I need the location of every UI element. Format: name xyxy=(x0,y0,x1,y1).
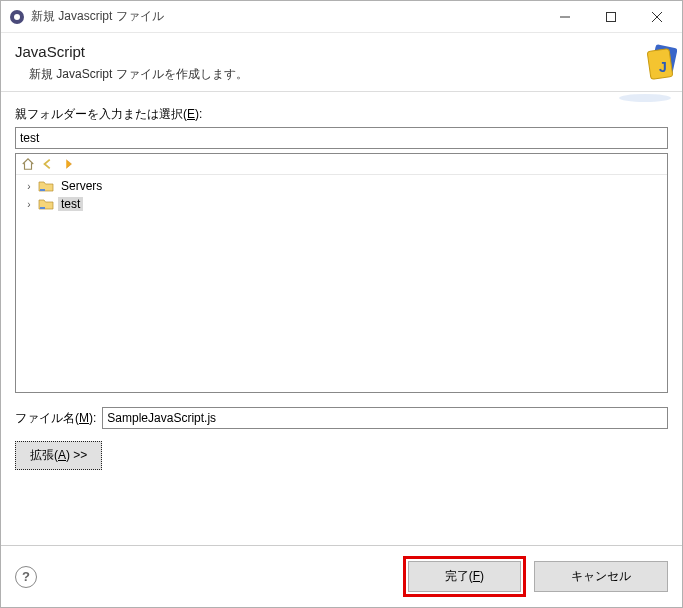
tree-items-container: › Servers › test xyxy=(16,175,667,215)
folder-tree[interactable]: › Servers › test xyxy=(15,153,668,393)
parent-folder-label: 親フォルダーを入力または選択(E): xyxy=(15,106,668,123)
cancel-button[interactable]: キャンセル xyxy=(534,561,668,592)
tree-item-servers[interactable]: › Servers xyxy=(16,177,667,195)
dialog-header: JavaScript 新規 JavaScript ファイルを作成します。 J xyxy=(1,33,682,92)
home-icon[interactable] xyxy=(20,156,36,172)
titlebar: 新規 Javascript ファイル xyxy=(1,1,682,33)
tree-item-label: Servers xyxy=(58,179,105,193)
filename-row: ファイル名(M): xyxy=(15,407,668,429)
finish-highlight: 完了(F) xyxy=(403,556,526,597)
minimize-button[interactable] xyxy=(542,2,588,32)
forward-icon[interactable] xyxy=(60,156,76,172)
app-icon xyxy=(9,9,25,25)
window-title: 新規 Javascript ファイル xyxy=(31,8,542,25)
filename-input[interactable] xyxy=(102,407,668,429)
window-controls xyxy=(542,2,680,32)
chevron-right-icon[interactable]: › xyxy=(24,181,34,192)
advanced-button[interactable]: 拡張(A) >> xyxy=(15,441,102,470)
finish-button[interactable]: 完了(F) xyxy=(408,561,521,592)
maximize-button[interactable] xyxy=(588,2,634,32)
svg-rect-10 xyxy=(40,189,45,191)
svg-point-1 xyxy=(14,14,20,20)
parent-folder-input[interactable] xyxy=(15,127,668,149)
svg-rect-11 xyxy=(40,207,45,209)
folder-icon xyxy=(38,178,54,194)
svg-point-9 xyxy=(619,94,671,102)
dialog-body: 親フォルダーを入力または選択(E): › Servers › xyxy=(1,92,682,545)
folder-icon xyxy=(38,196,54,212)
help-icon[interactable]: ? xyxy=(15,566,37,588)
wizard-icon: J xyxy=(610,39,680,109)
svg-text:J: J xyxy=(659,59,667,75)
chevron-right-icon[interactable]: › xyxy=(24,199,34,210)
tree-item-label: test xyxy=(58,197,83,211)
header-title: JavaScript xyxy=(15,43,668,60)
back-icon[interactable] xyxy=(40,156,56,172)
filename-label: ファイル名(M): xyxy=(15,410,96,427)
close-button[interactable] xyxy=(634,2,680,32)
tree-toolbar xyxy=(16,154,667,175)
tree-item-test[interactable]: › test xyxy=(16,195,667,213)
svg-rect-3 xyxy=(607,12,616,21)
header-subtitle: 新規 JavaScript ファイルを作成します。 xyxy=(15,66,668,83)
dialog-footer: ? 完了(F) キャンセル xyxy=(1,545,682,607)
